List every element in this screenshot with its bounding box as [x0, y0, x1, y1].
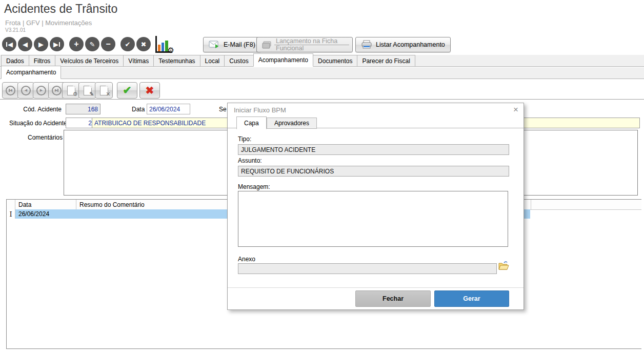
delete-document-icon: ✕ — [100, 86, 108, 95]
cod-acidente-field[interactable]: 168 — [66, 104, 100, 114]
situacao-code-field[interactable]: 2 — [66, 118, 94, 128]
data-label: Data — [132, 106, 145, 113]
first-circle-icon: ◀ — [6, 86, 15, 95]
ficha-funcional-button: Lançamento na Ficha Funcional — [256, 37, 353, 52]
cancel-button[interactable]: ✖ — [136, 37, 151, 51]
browse-folder-icon[interactable] — [498, 261, 509, 271]
tipo-field: JULGAMENTO ACIDENTE — [238, 144, 509, 155]
minus-icon: − — [106, 40, 110, 49]
grid-cell-data[interactable]: 26/06/2024 — [15, 209, 76, 219]
tab-dados[interactable]: Dados — [1, 55, 29, 66]
iniciar-fluxo-bpm-dialog: Iniciar Fluxo BPM × Capa Aprovadores Tip… — [227, 103, 524, 310]
new-document-icon: ⚙ — [67, 86, 75, 95]
text-cursor-icon: I — [7, 209, 15, 219]
dialog-tab-aprovadores[interactable]: Aprovadores — [267, 118, 317, 129]
dialog-title: Iniciar Fluxo BPM — [234, 106, 286, 114]
sub-tab-bar: Acompanhamento — [0, 67, 644, 79]
page-title: Acidentes de Trânsito — [4, 2, 117, 16]
dialog-close-icon[interactable]: × — [513, 105, 518, 115]
mensagem-label: Mensagem: — [238, 183, 270, 190]
previous-circle-icon: ◀ — [21, 86, 31, 95]
x-icon: ✖ — [141, 41, 147, 48]
confirm-button[interactable]: ✔ — [120, 37, 135, 51]
assunto-field: REQUISITO DE FUNCIONÁRIOS — [238, 166, 509, 177]
mensagem-textarea[interactable] — [238, 191, 508, 247]
comentarios-label: Comentários — [22, 134, 63, 141]
previous-record-icon: ◀ — [23, 41, 28, 48]
tab-filtros[interactable]: Filtros — [29, 55, 56, 66]
printer-icon — [361, 40, 372, 49]
folder-stack-icon — [262, 41, 272, 49]
remove-record-button[interactable]: − — [101, 37, 115, 51]
email-icon — [209, 41, 220, 49]
add-record-button[interactable]: + — [69, 37, 84, 51]
next-record-icon: ▶ — [38, 41, 44, 48]
tab-parecer-do-fiscal[interactable]: Parecer do Fiscal — [357, 55, 415, 66]
tab-local[interactable]: Local — [200, 55, 225, 66]
edit-record-button[interactable]: ✎ — [85, 37, 99, 51]
email-button[interactable]: E-Mail (F8) — [203, 37, 261, 52]
first-record-button[interactable]: ◀ — [2, 37, 16, 51]
anexo-field — [238, 263, 497, 274]
first-record-icon — [6, 42, 7, 47]
tab-vitimas[interactable]: Vítimas — [123, 55, 154, 66]
tab-documentos[interactable]: Documentos — [313, 55, 357, 66]
subtab-acompanhamento[interactable]: Acompanhamento — [1, 66, 61, 79]
previous-record-button[interactable]: ◀ — [18, 37, 32, 51]
confirm-comment-button[interactable]: ✔ — [117, 82, 137, 99]
grid-header-data[interactable]: Data — [15, 200, 76, 209]
situacao-label: Situação do Acidente — [9, 120, 62, 127]
last-record-button[interactable]: ▶ — [50, 37, 64, 51]
grid-indicator-header — [7, 200, 15, 209]
last-circle-icon: ▶ — [52, 86, 62, 95]
edit-comment-button[interactable]: ✎ — [78, 82, 96, 99]
new-comment-button[interactable]: ⚙ — [62, 82, 80, 99]
anexo-label: Anexo — [238, 256, 255, 263]
grid-first-button[interactable]: ◀ — [2, 82, 19, 99]
main-tab-bar: Dados Filtros Veículos de Terceiros Víti… — [0, 55, 644, 67]
gerar-button[interactable]: Gerar — [434, 290, 509, 307]
setor-label-truncated: Se — [219, 106, 227, 113]
next-record-button[interactable]: ▶ — [34, 37, 48, 51]
tipo-label: Tipo: — [238, 135, 251, 143]
fechar-button[interactable]: Fechar — [355, 290, 431, 307]
grid-next-button[interactable]: ▶ — [33, 82, 50, 99]
plus-icon: + — [74, 40, 78, 49]
accident-app-window: Acidentes de Trânsito Frota | GFV | Movi… — [0, 0, 644, 350]
edit-document-icon: ✎ — [84, 86, 92, 95]
data-field[interactable]: 26/06/2024 — [147, 104, 190, 114]
red-x-icon: ✖ — [146, 84, 154, 96]
cod-acidente-label: Cód. Acidente — [10, 106, 62, 113]
tab-custos[interactable]: Custos — [224, 55, 253, 66]
tab-acompanhamento[interactable]: Acompanhamento — [253, 53, 313, 67]
cancel-comment-button[interactable]: ✖ — [139, 82, 160, 99]
toolbar-separator — [0, 99, 644, 100]
chart-settings-icon[interactable]: ⚙ — [155, 36, 172, 53]
pencil-icon: ✎ — [90, 41, 95, 48]
tab-testemunhas[interactable]: Testemunhas — [153, 55, 200, 66]
dialog-button-separator — [228, 287, 524, 288]
tab-veiculos-de-terceiros[interactable]: Veículos de Terceiros — [55, 55, 124, 66]
last-record-icon — [59, 42, 60, 47]
grid-previous-button[interactable]: ◀ — [17, 82, 34, 99]
delete-comment-button[interactable]: ✕ — [95, 82, 113, 99]
check-icon: ✔ — [125, 41, 131, 48]
assunto-label: Assunto: — [238, 157, 262, 164]
green-check-icon: ✔ — [123, 84, 132, 96]
dialog-tab-capa[interactable]: Capa — [236, 116, 267, 129]
next-circle-icon: ▶ — [36, 86, 46, 95]
breadcrumb: Frota | GFV | Movimentações — [5, 19, 92, 27]
listar-acompanhamento-button[interactable]: Listar Acompanhamento — [355, 37, 451, 52]
version-label: V3.21.01 — [5, 27, 26, 33]
